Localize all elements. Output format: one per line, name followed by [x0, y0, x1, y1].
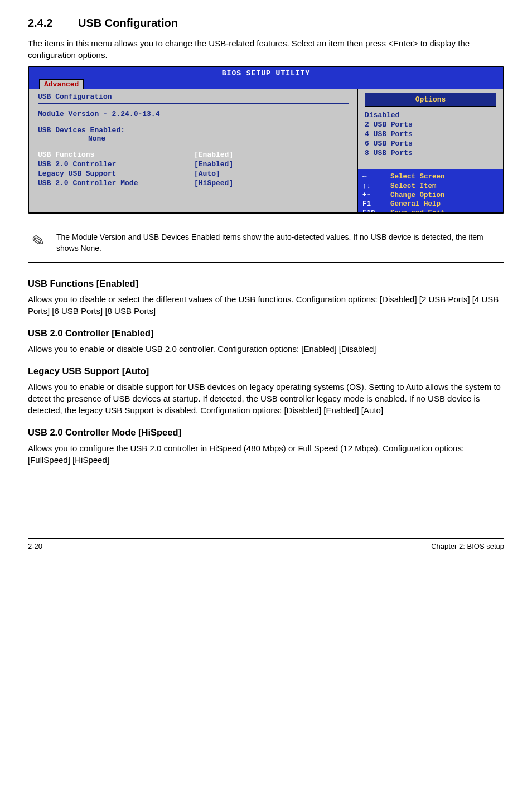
footer-left: 2-20 [28, 542, 42, 550]
row-label: USB 2.0 Controller [38, 160, 194, 168]
options-list: Disabled 2 USB Ports 4 USB Ports 6 USB P… [365, 111, 496, 158]
sub-body: Allows you to enable or disable support … [28, 381, 504, 416]
nav-row: +- Change Option [362, 191, 499, 200]
row-value: [Enabled] [194, 151, 349, 159]
devices-value: None [88, 134, 349, 143]
row-label: USB Functions [38, 151, 194, 159]
devices-label: USB Devices Enabled: [38, 126, 349, 134]
sub-heading: USB 2.0 Controller Mode [HiSpeed] [28, 427, 504, 438]
nav-help: ↔ Select Screen ↑↓ Select Item +- Change… [358, 169, 503, 212]
subsection-usb20-controller: USB 2.0 Controller [Enabled] Allows you … [28, 328, 504, 355]
nav-text: General Help [390, 200, 441, 209]
bios-row-controller-mode[interactable]: USB 2.0 Controller Mode [HiSpeed] [38, 179, 349, 187]
bios-titlebar: BIOS SETUP UTILITY [29, 67, 503, 79]
section-number: 2.4.2 [28, 17, 52, 30]
bios-body: USB Configuration Module Version - 2.24.… [29, 89, 503, 212]
sub-body: Allows you to disable or select the diff… [28, 293, 504, 317]
nav-text: Select Item [390, 182, 437, 191]
footer-right: Chapter 2: BIOS setup [431, 542, 504, 550]
nav-key: ↔ [362, 172, 390, 181]
option-item[interactable]: 4 USB Ports [365, 130, 496, 139]
bios-row-usb-functions[interactable]: USB Functions [Enabled] [38, 151, 349, 159]
nav-key: ↑↓ [362, 182, 390, 191]
sub-heading: Legacy USB Support [Auto] [28, 366, 504, 376]
note-pencil-icon: ✎ [25, 230, 47, 254]
options-header: Options [365, 93, 496, 107]
subsection-usb-functions: USB Functions [Enabled] Allows you to di… [28, 278, 504, 317]
option-item[interactable]: Disabled [365, 111, 496, 120]
nav-text: Select Screen [390, 172, 445, 181]
nav-text: Change Option [390, 191, 445, 200]
bios-tabs: Advanced [29, 79, 503, 89]
subsection-controller-mode: USB 2.0 Controller Mode [HiSpeed] Allows… [28, 427, 504, 466]
section-title: USB Configuration [78, 17, 178, 29]
module-version: Module Version - 2.24.0-13.4 [38, 110, 349, 118]
subsection-legacy-usb: Legacy USB Support [Auto] Allows you to … [28, 366, 504, 416]
bios-row-usb20-controller[interactable]: USB 2.0 Controller [Enabled] [38, 160, 349, 168]
bios-window: BIOS SETUP UTILITY Advanced USB Configur… [28, 66, 504, 214]
nav-text: Save and Exit [390, 209, 445, 212]
nav-key: F1 [362, 200, 390, 209]
row-value: [Enabled] [194, 160, 349, 168]
tab-advanced[interactable]: Advanced [39, 79, 84, 89]
nav-row: ↑↓ Select Item [362, 182, 499, 191]
nav-row: F1 General Help [362, 200, 499, 209]
page-footer: 2-20 Chapter 2: BIOS setup [28, 538, 504, 550]
bios-subtitle: USB Configuration [38, 93, 349, 104]
nav-row: ↔ Select Screen [362, 172, 499, 181]
note-block: ✎ The Module Version and USB Devices Ena… [28, 224, 504, 262]
option-item[interactable]: 2 USB Ports [365, 120, 496, 130]
option-item[interactable]: 6 USB Ports [365, 139, 496, 149]
row-label: Legacy USB Support [38, 170, 194, 178]
bios-right-pane: Options Disabled 2 USB Ports 4 USB Ports… [358, 89, 503, 212]
sub-body: Allows you to configure the USB 2.0 cont… [28, 442, 504, 466]
intro-paragraph: The items in this menu allows you to cha… [28, 37, 504, 61]
bios-left-pane: USB Configuration Module Version - 2.24.… [29, 89, 358, 212]
nav-key: +- [362, 191, 390, 200]
sub-heading: USB Functions [Enabled] [28, 278, 504, 289]
nav-key: F10 [362, 209, 390, 212]
section-heading: 2.4.2 USB Configuration [28, 17, 504, 30]
row-value: [HiSpeed] [194, 179, 349, 187]
row-value: [Auto] [194, 170, 349, 178]
sub-heading: USB 2.0 Controller [Enabled] [28, 328, 504, 339]
note-text: The Module Version and USB Devices Enabl… [56, 232, 504, 254]
bios-row-legacy-usb[interactable]: Legacy USB Support [Auto] [38, 170, 349, 178]
option-item[interactable]: 8 USB Ports [365, 149, 496, 158]
row-label: USB 2.0 Controller Mode [38, 179, 194, 187]
nav-row: F10 Save and Exit [362, 209, 499, 212]
sub-body: Allows you to enable or disable USB 2.0 … [28, 343, 504, 355]
